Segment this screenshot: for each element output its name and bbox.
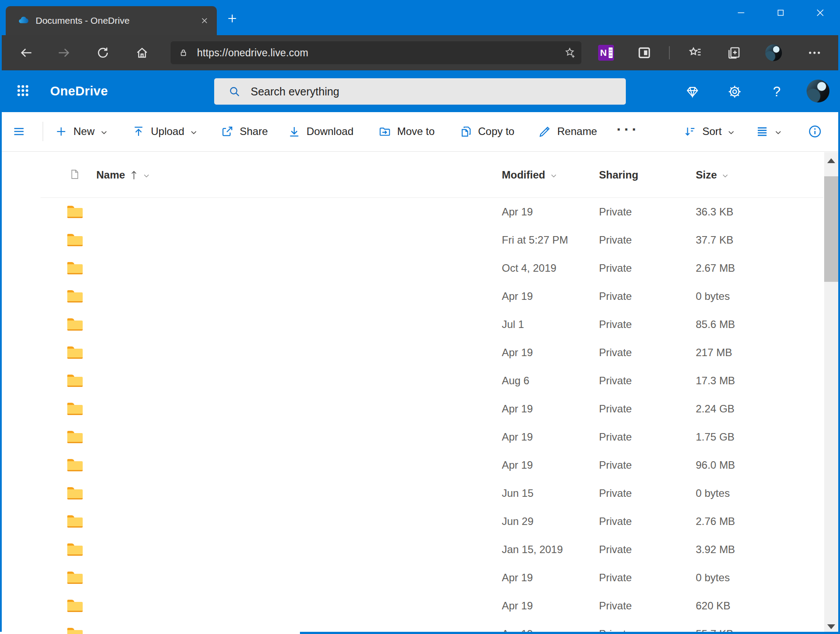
column-header-sharing[interactable]: Sharing bbox=[599, 152, 638, 197]
browser-window: Documents - OneDrive bbox=[0, 0, 840, 634]
sort-ascending-icon bbox=[130, 170, 138, 180]
copy-to-button[interactable]: Copy to bbox=[459, 112, 515, 151]
folder-icon[interactable] bbox=[67, 543, 83, 556]
sort-button[interactable]: Sort bbox=[683, 112, 735, 151]
file-row[interactable]: Apr 19 Private 620 KB bbox=[0, 592, 824, 620]
file-row[interactable]: Fri at 5:27 PM Private 37.7 KB bbox=[0, 226, 824, 254]
collections-button[interactable] bbox=[726, 45, 742, 61]
file-row[interactable]: Oct 4, 2019 Private 2.67 MB bbox=[0, 254, 824, 282]
folder-icon[interactable] bbox=[67, 572, 83, 584]
folder-icon[interactable] bbox=[67, 487, 83, 499]
column-header-name[interactable]: Name bbox=[96, 152, 150, 197]
folder-icon[interactable] bbox=[67, 515, 83, 528]
forward-button[interactable] bbox=[53, 42, 74, 63]
menu-toggle-button[interactable] bbox=[12, 112, 26, 151]
onenote-extension-button[interactable]: N bbox=[598, 45, 614, 61]
tab-close-button[interactable] bbox=[197, 13, 212, 29]
file-modified: Apr 19 bbox=[502, 564, 533, 592]
folder-icon[interactable] bbox=[67, 600, 83, 612]
chevron-down-icon bbox=[774, 129, 782, 136]
file-row[interactable]: Apr 19 Private 2.24 GB bbox=[0, 395, 824, 423]
file-row[interactable]: Apr 19 Private 0 bytes bbox=[0, 564, 824, 592]
file-row[interactable]: Jul 1 Private 85.6 MB bbox=[0, 310, 824, 339]
back-button[interactable] bbox=[16, 42, 37, 63]
file-row[interactable]: Jan 15, 2019 Private 3.92 MB bbox=[0, 536, 824, 564]
refresh-button[interactable] bbox=[92, 42, 113, 63]
new-tab-button[interactable] bbox=[224, 11, 240, 26]
file-size: 2.24 GB bbox=[696, 395, 734, 423]
maximize-button[interactable] bbox=[761, 0, 800, 26]
favorites-button[interactable] bbox=[687, 45, 703, 61]
back-arrow-icon bbox=[19, 46, 33, 60]
folder-icon[interactable] bbox=[67, 234, 83, 246]
browser-tab[interactable]: Documents - OneDrive bbox=[6, 6, 217, 35]
search-input[interactable] bbox=[251, 85, 619, 98]
upload-button[interactable]: Upload bbox=[132, 112, 197, 151]
file-row[interactable]: Aug 6 Private 17.3 MB bbox=[0, 367, 824, 395]
file-row[interactable]: Apr 19 Private 1.75 GB bbox=[0, 423, 824, 451]
file-sharing: Private bbox=[599, 564, 632, 592]
help-button[interactable]: ? bbox=[766, 81, 787, 102]
folder-icon[interactable] bbox=[67, 375, 83, 387]
gear-icon bbox=[727, 84, 742, 99]
file-sharing: Private bbox=[599, 254, 632, 282]
folder-icon[interactable] bbox=[67, 206, 83, 218]
file-sharing: Private bbox=[599, 423, 632, 451]
chevron-down-icon bbox=[190, 129, 197, 136]
file-sharing: Private bbox=[599, 507, 632, 536]
scroll-up-arrow-icon[interactable] bbox=[827, 158, 835, 163]
file-row[interactable]: Apr 19 Private 217 MB bbox=[0, 339, 824, 367]
share-icon bbox=[221, 125, 234, 138]
profile-avatar[interactable] bbox=[765, 44, 782, 61]
more-commands-button[interactable]: ··· bbox=[617, 112, 639, 151]
waffle-icon bbox=[16, 84, 29, 97]
minimize-button[interactable] bbox=[721, 0, 761, 26]
settings-button[interactable] bbox=[724, 81, 745, 102]
folder-icon[interactable] bbox=[67, 290, 83, 302]
plus-icon bbox=[55, 125, 68, 138]
add-favorite-button[interactable] bbox=[564, 47, 576, 59]
sidebar-button[interactable] bbox=[636, 45, 652, 61]
chevron-down-icon bbox=[143, 172, 150, 179]
download-button[interactable]: Download bbox=[288, 112, 354, 151]
browser-menu-button[interactable] bbox=[807, 45, 822, 61]
file-row[interactable]: Jun 15 Private 0 bytes bbox=[0, 479, 824, 507]
address-bar[interactable]: https://onedrive.live.com bbox=[171, 41, 581, 64]
file-size: 217 MB bbox=[696, 339, 732, 367]
file-modified: Jul 1 bbox=[502, 310, 524, 339]
vertical-scrollbar[interactable] bbox=[824, 152, 838, 634]
view-options-button[interactable] bbox=[756, 112, 782, 151]
folder-icon[interactable] bbox=[67, 318, 83, 331]
app-launcher-button[interactable] bbox=[11, 78, 35, 103]
move-to-button[interactable]: Move to bbox=[378, 112, 435, 151]
move-to-label: Move to bbox=[397, 125, 435, 138]
folder-icon[interactable] bbox=[67, 628, 83, 634]
file-row[interactable]: Jun 29 Private 2.76 MB bbox=[0, 507, 824, 536]
folder-icon[interactable] bbox=[67, 431, 83, 443]
rename-button[interactable]: Rename bbox=[538, 112, 597, 151]
close-window-button[interactable] bbox=[800, 0, 840, 26]
file-modified: Oct 4, 2019 bbox=[502, 254, 556, 282]
column-header-modified[interactable]: Modified bbox=[502, 152, 557, 197]
file-modified: Apr 19 bbox=[502, 592, 533, 620]
file-row[interactable]: Apr 19 Private 36.3 KB bbox=[0, 198, 824, 226]
forward-arrow-icon bbox=[57, 46, 71, 60]
home-button[interactable] bbox=[131, 42, 153, 63]
account-avatar[interactable] bbox=[807, 80, 829, 102]
column-header-size[interactable]: Size bbox=[696, 152, 729, 197]
folder-icon[interactable] bbox=[67, 262, 83, 274]
scroll-down-arrow-icon[interactable] bbox=[827, 624, 835, 629]
folder-icon[interactable] bbox=[67, 403, 83, 415]
details-pane-button[interactable] bbox=[807, 112, 822, 151]
premium-button[interactable] bbox=[682, 81, 703, 102]
file-sharing: Private bbox=[599, 310, 632, 339]
file-row[interactable]: Apr 19 Private 0 bytes bbox=[0, 282, 824, 310]
scrollbar-thumb[interactable] bbox=[824, 176, 838, 282]
file-row[interactable]: Apr 19 Private 96.0 MB bbox=[0, 451, 824, 479]
folder-icon[interactable] bbox=[67, 346, 83, 359]
share-button[interactable]: Share bbox=[221, 112, 268, 151]
folder-icon[interactable] bbox=[67, 459, 83, 471]
app-title[interactable]: OneDrive bbox=[50, 70, 108, 112]
new-button[interactable]: New bbox=[55, 112, 108, 151]
copy-to-icon bbox=[459, 125, 472, 138]
